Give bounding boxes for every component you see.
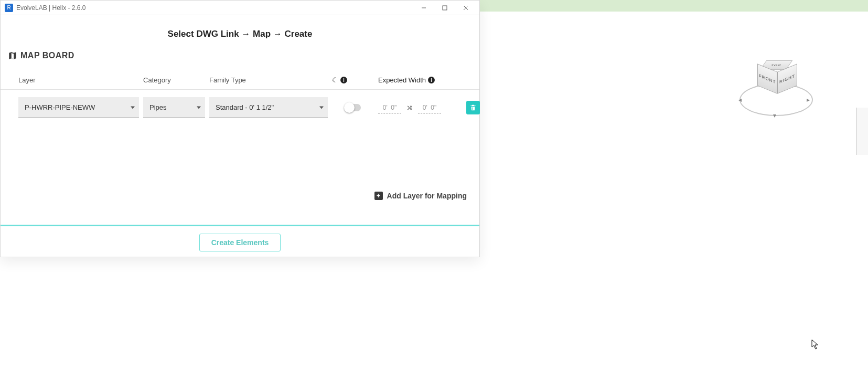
accent-divider (1, 225, 479, 226)
category-select[interactable]: Pipes (143, 97, 205, 118)
create-elements-button[interactable]: Create Elements (199, 234, 281, 251)
family-type-select[interactable]: Standard - 0' 1 1/2" (209, 97, 328, 118)
width-to-input[interactable] (418, 102, 441, 114)
col-moon: ☾ i (332, 76, 374, 84)
window-title: EvolveLAB | Helix - 2.6.0 (16, 4, 86, 12)
svg-rect-4 (443, 6, 447, 10)
moon-icon: ☾ (332, 76, 338, 84)
night-toggle[interactable] (345, 104, 361, 111)
trash-icon (469, 104, 477, 111)
delete-row-button[interactable] (466, 101, 480, 114)
info-icon[interactable]: i (340, 77, 347, 83)
mapping-row: P-HWRR-PIPE-NEWW Pipes Standard - 0' 1 1… (1, 90, 479, 123)
cursor-icon (811, 339, 820, 352)
col-category: Category (143, 76, 205, 84)
width-from-input[interactable] (378, 102, 401, 114)
close-button[interactable] (455, 1, 476, 15)
info-icon[interactable]: i (428, 77, 435, 83)
viewcube[interactable]: ▴ ▾ ▸ ◂ TOP FRONT RIGHT (740, 51, 813, 119)
revit-navbar[interactable] (856, 108, 868, 155)
revit-3d-view[interactable]: ▴ ▾ ▸ ◂ TOP FRONT RIGHT (480, 12, 868, 368)
minimize-button[interactable] (413, 1, 434, 15)
col-layer: Layer (18, 76, 139, 84)
map-icon (8, 51, 17, 60)
wizard-steps-title: Select DWG Link → Map → Create (1, 19, 479, 51)
col-family: Family Type (209, 76, 328, 84)
plus-icon: + (374, 192, 383, 200)
layer-select[interactable]: P-HWRR-PIPE-NEWW (18, 97, 139, 118)
app-icon: R (5, 4, 13, 12)
helix-window: R EvolveLAB | Helix - 2.6.0 Select DWG L… (0, 0, 480, 257)
titlebar[interactable]: R EvolveLAB | Helix - 2.6.0 (1, 1, 479, 15)
section-heading: MAP BOARD (1, 51, 479, 64)
maximize-button[interactable] (434, 1, 455, 15)
add-layer-button[interactable]: Add Layer for Mapping (387, 192, 467, 200)
swap-icon: ⤮ (406, 103, 413, 112)
col-expected-width: Expected Width i (378, 76, 462, 84)
